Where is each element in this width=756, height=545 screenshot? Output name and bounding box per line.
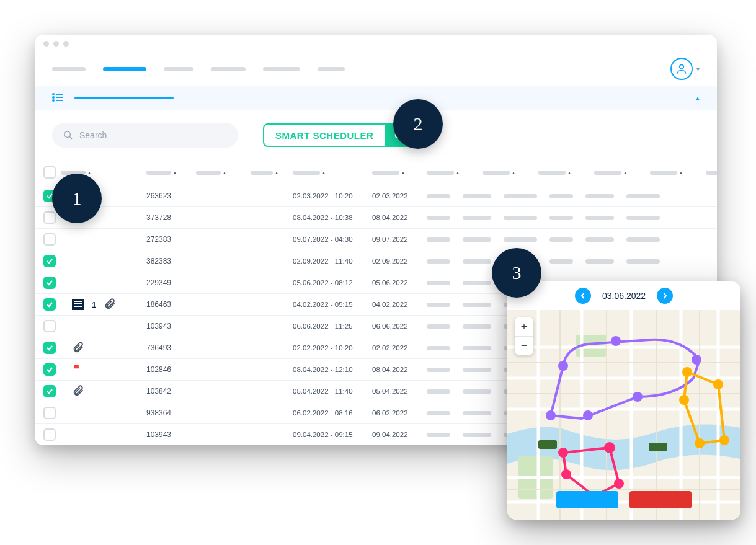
row-date: 08.04.2022 xyxy=(372,366,422,373)
sort-icon[interactable]: ▴ xyxy=(512,170,515,175)
column-header[interactable] xyxy=(538,171,566,175)
sort-icon[interactable]: ▴ xyxy=(322,170,325,175)
search-field[interactable] xyxy=(79,130,227,140)
nav-item[interactable] xyxy=(263,67,300,71)
column-header[interactable] xyxy=(293,171,320,175)
row-date: 09.04.2022 xyxy=(372,431,422,438)
cell-placeholder xyxy=(463,324,491,329)
sort-icon[interactable]: ▴ xyxy=(680,170,682,175)
row-date: 05.06.2022 xyxy=(372,279,422,286)
top-nav: ▾ xyxy=(35,52,717,86)
row-checkbox[interactable] xyxy=(43,298,56,311)
row-icons xyxy=(61,341,141,355)
callout-badge-2: 2 xyxy=(393,99,443,149)
row-checkbox[interactable] xyxy=(43,233,56,246)
attachment-icon[interactable] xyxy=(72,341,84,355)
map-canvas[interactable]: + − xyxy=(507,310,740,520)
list-icon[interactable] xyxy=(52,92,63,105)
row-id: 263623 xyxy=(146,192,191,200)
sort-icon[interactable]: ▴ xyxy=(456,170,459,175)
column-header[interactable] xyxy=(146,171,171,175)
row-id: 382383 xyxy=(146,257,191,265)
select-all-checkbox[interactable] xyxy=(43,166,56,179)
row-id: 186463 xyxy=(146,300,191,309)
smart-scheduler-button[interactable]: SMART SCHEDULER xyxy=(263,123,385,147)
svg-point-3 xyxy=(52,96,55,99)
nav-item[interactable] xyxy=(52,67,86,71)
svg-point-22 xyxy=(695,438,705,448)
cell-placeholder xyxy=(585,216,614,220)
row-datetime: 08.04.2022 - 12:10 xyxy=(293,366,367,373)
breadcrumb-placeholder xyxy=(74,97,174,99)
row-datetime: 04.02.2022 - 05:15 xyxy=(293,301,367,308)
column-header[interactable] xyxy=(706,171,717,175)
row-checkbox[interactable] xyxy=(43,255,56,267)
row-id: 102846 xyxy=(146,365,191,374)
nav-item-active[interactable] xyxy=(103,67,146,71)
table-row[interactable]: 27238309.07.2022 - 04:3009.07.2022 xyxy=(35,228,717,250)
row-id: 373728 xyxy=(146,213,191,222)
column-header[interactable] xyxy=(251,171,273,175)
row-id: 103842 xyxy=(146,387,191,396)
row-checkbox[interactable] xyxy=(43,385,56,397)
column-header[interactable] xyxy=(650,171,677,175)
row-checkbox[interactable] xyxy=(43,277,56,289)
row-date: 02.02.2022 xyxy=(372,344,422,352)
row-checkbox[interactable] xyxy=(43,211,56,224)
map-secondary-button[interactable] xyxy=(629,491,692,508)
collapse-icon[interactable]: ▴ xyxy=(696,94,700,102)
row-checkbox[interactable] xyxy=(43,363,56,376)
svg-rect-6 xyxy=(56,100,63,101)
user-menu[interactable]: ▾ xyxy=(670,58,700,80)
sort-icon[interactable]: ▴ xyxy=(402,170,404,175)
column-header[interactable] xyxy=(372,171,399,175)
row-id: 272383 xyxy=(146,235,191,244)
sort-icon[interactable]: ▴ xyxy=(568,170,571,175)
cell-placeholder xyxy=(463,303,491,307)
column-header[interactable] xyxy=(594,171,621,175)
row-datetime: 06.02.2022 - 08:16 xyxy=(293,409,367,417)
column-header[interactable] xyxy=(427,171,454,175)
cell-placeholder xyxy=(549,259,573,264)
cell-placeholder xyxy=(463,259,491,264)
cell-placeholder xyxy=(463,216,491,220)
zoom-in-button[interactable]: + xyxy=(515,317,533,336)
row-checkbox[interactable] xyxy=(43,428,56,441)
map-primary-button[interactable] xyxy=(556,491,618,508)
nav-item[interactable] xyxy=(211,67,246,71)
table-row[interactable]: 26362302.03.2022 - 10:2002.03.2022 xyxy=(35,185,717,206)
cell-placeholder xyxy=(463,433,491,437)
cell-placeholder xyxy=(463,237,491,242)
nav-item[interactable] xyxy=(318,67,345,71)
sort-icon[interactable]: ▴ xyxy=(624,170,626,175)
row-checkbox[interactable] xyxy=(43,320,56,332)
next-date-button[interactable] xyxy=(657,288,673,304)
svg-point-28 xyxy=(561,469,571,479)
cell-placeholder xyxy=(427,259,450,264)
table-row[interactable]: 37372808.04.2022 - 10:3808.04.2022 xyxy=(35,206,717,228)
search-input[interactable] xyxy=(52,123,238,148)
nav-item[interactable] xyxy=(164,67,193,71)
svg-rect-2 xyxy=(56,94,63,95)
note-icon[interactable] xyxy=(72,299,84,310)
sort-icon[interactable]: ▴ xyxy=(223,170,226,175)
flag-icon[interactable] xyxy=(72,363,83,376)
zoom-out-button[interactable]: − xyxy=(515,336,533,355)
sort-icon[interactable]: ▴ xyxy=(88,170,91,175)
attachment-icon[interactable] xyxy=(104,298,116,312)
row-id: 103943 xyxy=(146,430,191,439)
attachment-icon[interactable] xyxy=(72,384,84,399)
prev-date-button[interactable] xyxy=(575,288,591,304)
row-id: 938364 xyxy=(146,409,191,417)
table-row[interactable]: 38238302.09.2022 - 11:4002.09.2022 xyxy=(35,250,717,272)
cell-placeholder xyxy=(427,216,450,220)
column-header[interactable] xyxy=(196,171,221,175)
cell-placeholder xyxy=(549,216,573,220)
sort-icon[interactable]: ▴ xyxy=(174,170,176,175)
sort-icon[interactable]: ▴ xyxy=(275,170,278,175)
row-date: 09.07.2022 xyxy=(372,236,422,243)
column-header[interactable] xyxy=(483,171,510,175)
svg-point-14 xyxy=(558,361,568,371)
row-checkbox[interactable] xyxy=(43,342,56,354)
row-checkbox[interactable] xyxy=(43,407,56,419)
